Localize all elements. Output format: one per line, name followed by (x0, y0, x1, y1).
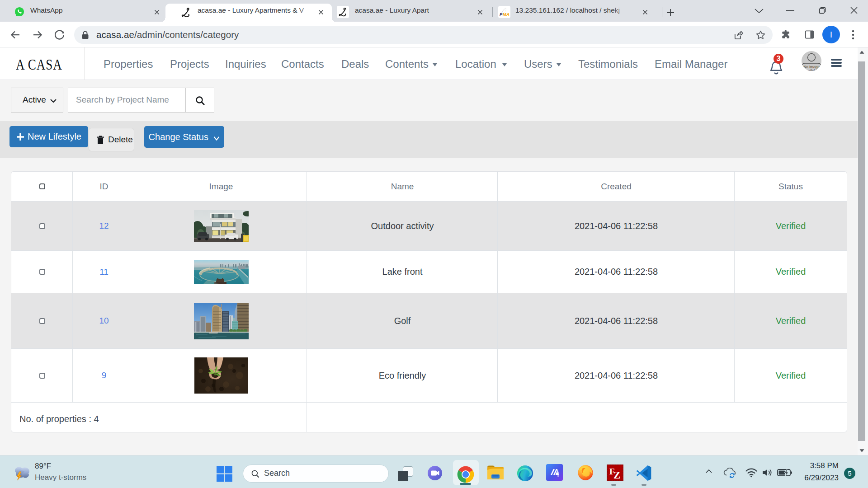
svg-text:MA: MA (503, 12, 509, 17)
svg-text:available: available (804, 69, 819, 71)
svg-text:Z: Z (613, 469, 620, 481)
svg-text:P: P (500, 12, 503, 17)
